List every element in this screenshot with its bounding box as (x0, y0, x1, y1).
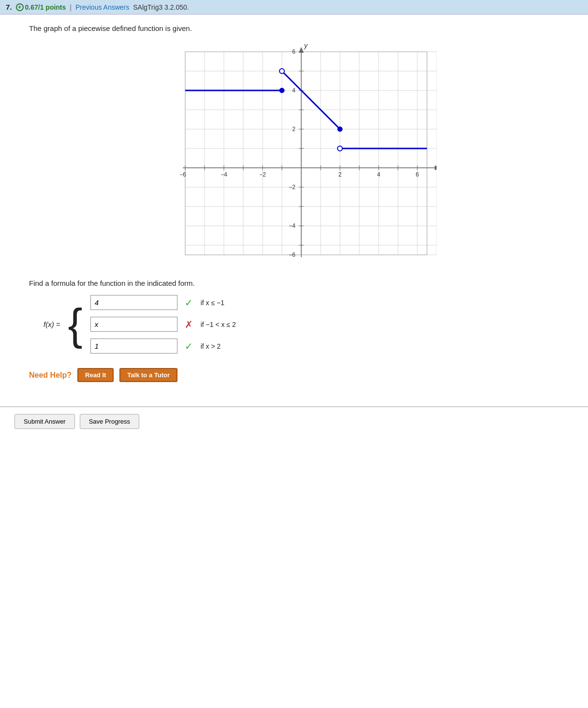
y-tick--4: −4 (289, 222, 295, 229)
save-progress-button[interactable]: Save Progress (80, 414, 139, 429)
x-tick-6: 6 (416, 171, 419, 178)
case-1-mark: ✓ (183, 297, 195, 309)
y-axis-label: y (304, 42, 308, 49)
y-tick-2: 2 (292, 126, 295, 133)
bottom-buttons: Submit Answer Save Progress (0, 407, 588, 436)
problem-code: SAlgTrig3 3.2.050. (133, 3, 189, 11)
y-tick--2: −2 (289, 184, 295, 191)
need-help-label: Need Help? (29, 371, 72, 380)
formula-section: Find a formula for the function in the i… (29, 279, 573, 354)
cases-table: ✓ if x ≤ −1 ✗ if −1 < x ≤ 2 ✓ if x > 2 (90, 295, 236, 354)
case-1-condition: if x ≤ −1 (201, 299, 224, 307)
svg-marker-30 (435, 165, 437, 170)
case-2-input[interactable] (90, 317, 177, 332)
case-row-1: ✓ if x ≤ −1 (90, 295, 236, 310)
case-row-3: ✓ if x > 2 (90, 339, 236, 354)
brace-symbol: { (68, 303, 83, 346)
case-1-input[interactable] (90, 295, 177, 310)
case-row-2: ✗ if −1 < x ≤ 2 (90, 317, 236, 332)
problem-description: The graph of a piecewise defined functio… (29, 24, 573, 32)
svg-rect-0 (185, 52, 427, 255)
read-it-button[interactable]: Read It (77, 368, 114, 382)
closed-dot-segment2-right (338, 127, 342, 132)
formula-label: Find a formula for the function in the i… (29, 279, 573, 287)
y-tick-4: 4 (292, 87, 295, 94)
header-bar: 7. + 0.67/1 points | Previous Answers SA… (0, 0, 588, 15)
x-tick--4: −4 (220, 171, 227, 178)
open-dot-segment3-left (338, 146, 342, 151)
points-badge: + 0.67/1 points (16, 3, 66, 11)
graph-container: x y −6 −4 −2 2 4 6 6 4 2 −2 −4 −6 (29, 42, 573, 265)
x-tick-2: 2 (338, 171, 342, 178)
separator: | (70, 3, 72, 11)
graph-svg: x y −6 −4 −2 2 4 6 6 4 2 −2 −4 −6 (166, 42, 437, 265)
question-number: 7. (6, 3, 12, 11)
fx-label: f(x) = (44, 320, 60, 328)
points-value: 0.67/1 points (25, 3, 66, 11)
y-tick--6: −6 (289, 251, 295, 258)
x-tick--6: −6 (179, 171, 186, 178)
submit-answer-button[interactable]: Submit Answer (15, 414, 75, 429)
talk-to-tutor-button[interactable]: Talk to a Tutor (119, 368, 177, 382)
x-tick-4: 4 (377, 171, 381, 178)
need-help-section: Need Help? Read It Talk to a Tutor (29, 368, 573, 382)
content-area: The graph of a piecewise defined functio… (0, 15, 588, 406)
piecewise-container: f(x) = { ✓ if x ≤ −1 ✗ if −1 < x ≤ 2 (44, 295, 573, 354)
case-2-mark: ✗ (183, 319, 195, 330)
case-3-condition: if x > 2 (201, 342, 221, 350)
y-tick-6: 6 (292, 48, 295, 55)
closed-dot-segment1 (279, 88, 284, 93)
plus-icon: + (16, 3, 24, 11)
case-3-mark: ✓ (183, 340, 195, 352)
previous-answers-link[interactable]: Previous Answers (75, 3, 129, 11)
x-tick--2: −2 (259, 171, 266, 178)
open-dot-segment2-left (279, 69, 284, 74)
case-2-condition: if −1 < x ≤ 2 (201, 321, 236, 328)
case-3-input[interactable] (90, 339, 177, 354)
